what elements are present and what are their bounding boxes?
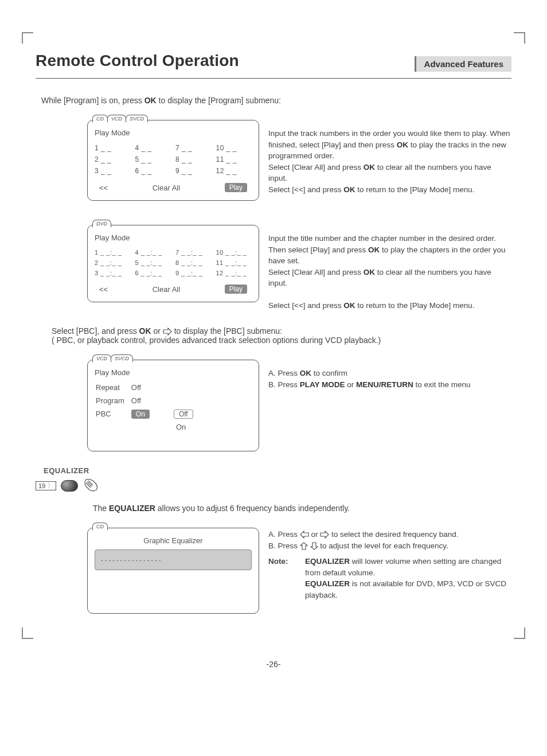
remote-button-icon <box>61 480 78 492</box>
pbc-intro: Select [PBC], and press OK or to display… <box>52 326 511 345</box>
program-label: Program <box>96 395 130 407</box>
arrow-right-icon-2 <box>320 531 329 539</box>
panel1-heading: Play Mode <box>95 128 252 137</box>
tab-cd-2: CD <box>92 523 108 531</box>
desc-3: A. Press OK to confirm B. Press PLAY MOD… <box>259 350 511 390</box>
clear-all-button[interactable]: Clear All <box>153 184 180 192</box>
arrow-right-icon <box>163 328 172 336</box>
repeat-label: Repeat <box>96 381 130 393</box>
program-grid-1: 1 _ _4 _ _7 _ _10 _ _ 2 _ _5 _ _8 _ _11 … <box>95 144 252 175</box>
program-grid-2: 1 _ _:_ _4 _ _:_ _7 _ _:_ _10 _ _:_ _ 2 … <box>95 249 252 276</box>
pbc-label: PBC <box>96 408 130 420</box>
pbc-off-option[interactable]: Off <box>174 410 193 419</box>
panel3-heading: Play Mode <box>95 368 252 377</box>
page-number: -26- <box>0 660 547 669</box>
panel2-heading: Play Mode <box>95 233 252 242</box>
back-button-2[interactable]: << <box>99 285 108 294</box>
arrow-down-icon <box>310 542 318 550</box>
tab-svcd: SVCD <box>126 115 148 123</box>
pbc-on-option[interactable]: On <box>157 421 199 433</box>
step-number-box: 19〉 <box>36 481 56 490</box>
play-button-2[interactable]: Play <box>225 285 247 294</box>
desc-1: Input the track numbers in the order you… <box>259 111 511 195</box>
arrow-up-icon <box>300 542 308 550</box>
clear-all-button-2[interactable]: Clear All <box>153 285 180 294</box>
play-button[interactable]: Play <box>225 183 247 192</box>
equalizer-panel: CD Graphic Equalizer - - - - - - - - - -… <box>87 528 259 614</box>
program-intro: While [Program] is on, press OK to displ… <box>41 96 511 105</box>
eq-bar: - - - - - - - - - - - - - - - - <box>95 550 252 570</box>
equalizer-heading: EQUALIZER <box>44 466 511 475</box>
title-rule <box>36 78 511 79</box>
arrow-left-icon <box>300 531 309 539</box>
tab-dvd: DVD <box>92 220 111 228</box>
tab-vcd: VCD <box>107 115 126 123</box>
back-button[interactable]: << <box>99 184 108 192</box>
subtitle-box: Advanced Features <box>415 56 511 72</box>
note-label: Note: <box>268 556 305 601</box>
pbc-panel: VCD SVCD Play Mode RepeatOff ProgramOff … <box>87 360 259 451</box>
equalizer-intro: The EQUALIZER allows you to adjust 6 fre… <box>93 504 511 513</box>
repeat-value: Off <box>131 381 155 393</box>
program-panel-cd: CD VCD SVCD Play Mode 1 _ _4 _ _7 _ _10 … <box>87 120 259 201</box>
desc-2: Input the title number and the chapter n… <box>259 216 511 311</box>
program-panel-dvd: DVD Play Mode 1 _ _:_ _4 _ _:_ _7 _ _:_ … <box>87 225 259 302</box>
hand-pointer-icon <box>83 477 100 494</box>
chevron-right-icon: 〉 <box>48 482 53 490</box>
eq-panel-title: Graphic Equalizer <box>95 536 252 545</box>
pbc-on-pill[interactable]: On <box>131 410 150 419</box>
tab-svcd-2: SVCD <box>111 354 133 363</box>
program-value: Off <box>131 395 155 407</box>
tab-vcd-2: VCD <box>92 354 111 363</box>
desc-4: A. Press or to select the desired freque… <box>259 519 511 601</box>
tab-cd: CD <box>92 115 108 123</box>
